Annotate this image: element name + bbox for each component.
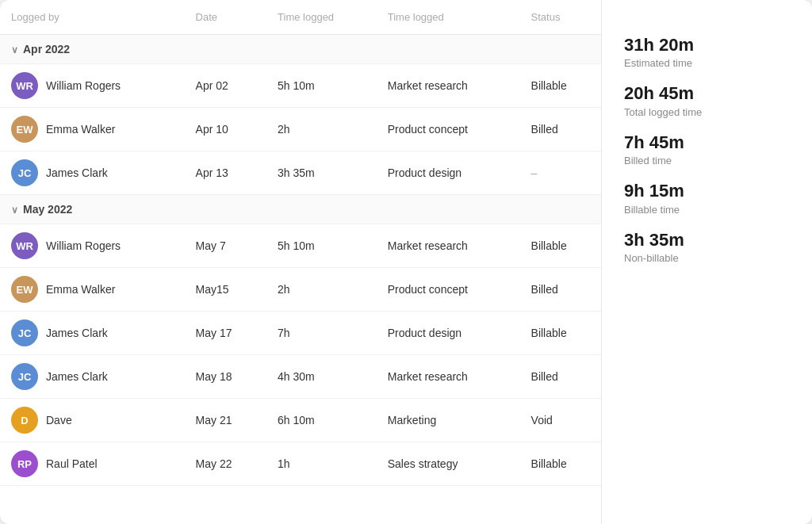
- status-cell: Billable: [520, 224, 601, 268]
- user-cell: D Dave: [0, 399, 185, 442]
- main-container: Logged byDateTime loggedTime loggedStatu…: [0, 0, 812, 524]
- summary-label: Non-billable: [624, 252, 790, 264]
- user-cell: JC James Clark: [0, 312, 185, 355]
- date-cell: May15: [185, 268, 266, 312]
- date-cell: Apr 10: [185, 108, 266, 151]
- summary-item: 7h 45m Billed time: [624, 132, 790, 166]
- group-label: ∨May 2022: [0, 195, 601, 224]
- user-name: James Clark: [46, 166, 108, 179]
- avatar: JC: [11, 159, 38, 186]
- time-cell: 4h 30m: [266, 355, 377, 399]
- status-cell: Billable: [520, 312, 601, 355]
- user-name: William Rogers: [46, 79, 121, 92]
- table-header: Date: [185, 0, 266, 35]
- avatar: WR: [11, 72, 38, 99]
- avatar: JC: [11, 319, 38, 346]
- date-cell: May 22: [185, 442, 266, 486]
- user-name: Emma Walker: [46, 123, 115, 136]
- activity-cell: Product concept: [377, 268, 520, 312]
- user-name: Emma Walker: [46, 283, 115, 296]
- table-section: Logged byDateTime loggedTime loggedStatu…: [0, 0, 602, 524]
- table-row: JC James Clark May 184h 30mMarket resear…: [0, 355, 601, 399]
- table-row: JC James Clark Apr 133h 35mProduct desig…: [0, 151, 601, 195]
- user-name: Dave: [46, 414, 72, 426]
- user-name: William Rogers: [46, 239, 121, 252]
- summary-item: 31h 20m Estimated time: [624, 35, 790, 69]
- activity-cell: Marketing: [377, 399, 520, 442]
- activity-cell: Product design: [377, 312, 520, 355]
- status-cell: Billed: [520, 108, 601, 151]
- time-cell: 3h 35m: [266, 151, 377, 195]
- summary-label: Billable time: [624, 204, 790, 216]
- summary-value: 3h 35m: [624, 230, 790, 251]
- time-cell: 7h: [266, 312, 377, 355]
- table-header-row: Logged byDateTime loggedTime loggedStatu…: [0, 0, 601, 35]
- summary-label: Billed time: [624, 155, 790, 166]
- table-row: WR William Rogers May 75h 10mMarket rese…: [0, 224, 601, 268]
- user-cell: RP Raul Patel: [0, 442, 185, 486]
- time-cell: 1h: [266, 442, 377, 486]
- summary-label: Estimated time: [624, 57, 790, 69]
- date-cell: May 17: [185, 312, 266, 355]
- status-cell: Void: [520, 399, 601, 442]
- user-cell: WR William Rogers: [0, 64, 185, 108]
- date-cell: May 18: [185, 355, 266, 399]
- activity-cell: Product concept: [377, 108, 520, 151]
- time-cell: 5h 10m: [266, 224, 377, 268]
- time-cell: 2h: [266, 268, 377, 312]
- summary-value: 20h 45m: [624, 83, 790, 104]
- summary-value: 9h 15m: [624, 181, 790, 201]
- user-name: James Clark: [46, 370, 108, 383]
- date-cell: May 7: [185, 224, 266, 268]
- summary-section: 31h 20m Estimated time 20h 45m Total log…: [602, 0, 812, 524]
- summary-value: 31h 20m: [624, 35, 790, 55]
- summary-item: 20h 45m Total logged time: [624, 83, 790, 117]
- user-name: James Clark: [46, 327, 108, 339]
- table-row: RP Raul Patel May 221hSales strategyBill…: [0, 442, 601, 486]
- activity-cell: Product design: [377, 151, 520, 195]
- table-row: JC James Clark May 177hProduct designBil…: [0, 312, 601, 355]
- summary-item: 3h 35m Non-billable: [624, 230, 790, 264]
- user-cell: EW Emma Walker: [0, 268, 185, 312]
- activity-cell: Market research: [377, 355, 520, 399]
- user-cell: WR William Rogers: [0, 224, 185, 268]
- table-header: Time logged: [266, 0, 377, 35]
- date-cell: Apr 02: [185, 64, 266, 108]
- avatar: JC: [11, 363, 38, 390]
- user-cell: JC James Clark: [0, 355, 185, 399]
- activity-cell: Market research: [377, 224, 520, 268]
- status-cell: Billable: [520, 64, 601, 108]
- table-row: WR William Rogers Apr 025h 10mMarket res…: [0, 64, 601, 108]
- activity-cell: Sales strategy: [377, 442, 520, 486]
- time-log-table: Logged byDateTime loggedTime loggedStatu…: [0, 0, 601, 486]
- group-label: ∨Apr 2022: [0, 35, 601, 64]
- status-cell: –: [520, 151, 601, 195]
- avatar: EW: [11, 116, 38, 143]
- table-row: EW Emma Walker Apr 102hProduct conceptBi…: [0, 108, 601, 151]
- status-cell: Billable: [520, 442, 601, 486]
- summary-value: 7h 45m: [624, 132, 790, 153]
- user-cell: JC James Clark: [0, 151, 185, 195]
- avatar: EW: [11, 276, 38, 303]
- group-row: ∨Apr 2022: [0, 35, 601, 64]
- summary-label: Total logged time: [624, 106, 790, 118]
- time-cell: 6h 10m: [266, 399, 377, 442]
- avatar: WR: [11, 232, 38, 259]
- status-cell: Billed: [520, 268, 601, 312]
- date-cell: May 21: [185, 399, 266, 442]
- summary-item: 9h 15m Billable time: [624, 181, 790, 215]
- user-cell: EW Emma Walker: [0, 108, 185, 151]
- status-cell: Billed: [520, 355, 601, 399]
- table-row: EW Emma Walker May152hProduct conceptBil…: [0, 268, 601, 312]
- table-header: Time logged: [377, 0, 520, 35]
- group-row: ∨May 2022: [0, 195, 601, 224]
- activity-cell: Market research: [377, 64, 520, 108]
- summary-items: 31h 20m Estimated time 20h 45m Total log…: [624, 35, 790, 264]
- time-cell: 5h 10m: [266, 64, 377, 108]
- avatar: D: [11, 407, 38, 434]
- table-header: Logged by: [0, 0, 185, 35]
- table-header: Status: [520, 0, 601, 35]
- avatar: RP: [11, 450, 38, 477]
- date-cell: Apr 13: [185, 151, 266, 195]
- table-row: D Dave May 216h 10mMarketingVoid: [0, 399, 601, 442]
